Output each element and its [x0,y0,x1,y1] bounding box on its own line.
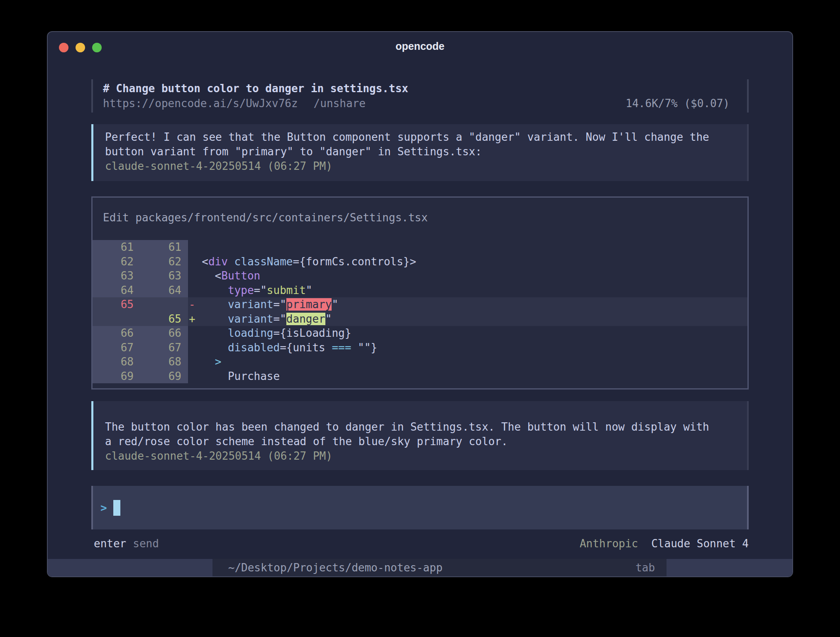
diff-row: 6262 <div className={formCs.controls}> [93,255,747,269]
message-text-line: a red/rose color scheme instead of the b… [93,434,747,449]
session-title: # Change button color to danger in setti… [93,81,747,96]
prompt-input[interactable]: > [91,486,749,529]
message-text-line: Perfect! I can see that the Button compo… [93,130,747,145]
diff-row: 6363 <Button [93,269,747,283]
model-indicator: Anthropic Claude Sonnet 4 [580,537,749,550]
model-timestamp: claude-sonnet-4-20250514 (06:27 PM) [93,449,747,463]
new-line-number: 62 [140,255,188,269]
diff-code-line: type="submit" [188,283,747,298]
provider-name: Anthropic [580,537,638,550]
window-title: opencode [48,40,792,52]
diff-row: 6767 disabled={units === ""} [93,341,747,355]
diff-code-line [188,240,747,255]
old-line-number: 64 [93,283,140,298]
assistant-message-2: The button color has been changed to dan… [91,401,749,470]
app-version-chip: opencodev0.3.11 [48,559,212,576]
prompt-chevron: > [100,502,107,514]
new-line-number: 61 [140,240,188,255]
old-line-number: 67 [93,341,140,355]
old-line-number: 61 [93,240,140,255]
enter-key-hint: enter [94,537,126,550]
diff-code-line: + variant="danger" [188,312,747,326]
unshare-command: /unshare [314,96,366,111]
diff-row: 65+ variant="danger" [93,312,747,326]
share-url: https://opencode.ai/s/UwJxv76z [103,96,298,111]
diff-code-line: - variant="primary" [188,297,747,312]
new-line-number: 63 [140,269,188,283]
diff-table: 61616262 <div className={formCs.controls… [93,240,747,383]
send-action-hint: send [133,537,159,550]
old-line-number: 65 [93,297,140,312]
old-line-number: 68 [93,355,140,369]
old-line-number: 66 [93,326,140,341]
old-line-number: 63 [93,269,140,283]
tab-key-hint[interactable]: tab [635,559,655,576]
opencode-window: opencode # Change button color to danger… [47,31,793,577]
session-header: # Change button color to danger in setti… [91,79,749,113]
hint-row: enter send Anthropic Claude Sonnet 4 [91,537,749,550]
message-text-line: button variant from "primary" to "danger… [93,145,747,159]
new-line-number: 68 [140,355,188,369]
diff-row: 6464 type="submit" [93,283,747,298]
model-timestamp: claude-sonnet-4-20250514 (06:27 PM) [93,159,747,174]
token-cost-stats: 14.6K/7% ($0.07) [626,96,747,111]
new-line-number [140,297,188,312]
diff-code-line: disabled={units === ""} [188,341,747,355]
diff-row: 6666 loading={isLoading} [93,326,747,341]
diff-code-line: loading={isLoading} [188,326,747,341]
titlebar: opencode [48,32,792,60]
diff-code-line: <Button [188,269,747,283]
old-line-number [93,312,140,326]
mode-chip[interactable]: BUILDMODE [667,559,792,576]
model-name: Claude Sonnet 4 [651,537,749,550]
diff-row: 6868 > [93,355,747,369]
status-bar: opencodev0.3.11 ~/Desktop/Projects/demo-… [48,559,792,576]
new-line-number: 64 [140,283,188,298]
message-text-line: The button color has been changed to dan… [93,420,747,434]
session-subline: https://opencode.ai/s/UwJxv76z /unshare … [93,96,747,111]
new-line-number: 65 [140,312,188,326]
diff-row: 6969 Purchase [93,369,747,384]
diff-code-line: <div className={formCs.controls}> [188,255,747,269]
diff-code-line: Purchase [188,369,747,384]
chat-content: # Change button color to danger in setti… [91,79,749,550]
old-line-number: 62 [93,255,140,269]
text-cursor [113,500,120,516]
new-line-number: 67 [140,341,188,355]
statusbar-spacer [442,559,635,576]
old-line-number: 69 [93,369,140,384]
working-directory: ~/Desktop/Projects/demo-notes-app [228,559,443,576]
assistant-message-1: Perfect! I can see that the Button compo… [91,124,749,181]
new-line-number: 69 [140,369,188,384]
diff-code-line: > [188,355,747,369]
diff-row: 6161 [93,240,747,255]
edit-tool-title: Edit packages/frontend/src/containers/Se… [93,210,747,225]
diff-row: 65- variant="primary" [93,297,747,312]
edit-tool-block: Edit packages/frontend/src/containers/Se… [91,196,749,390]
new-line-number: 66 [140,326,188,341]
